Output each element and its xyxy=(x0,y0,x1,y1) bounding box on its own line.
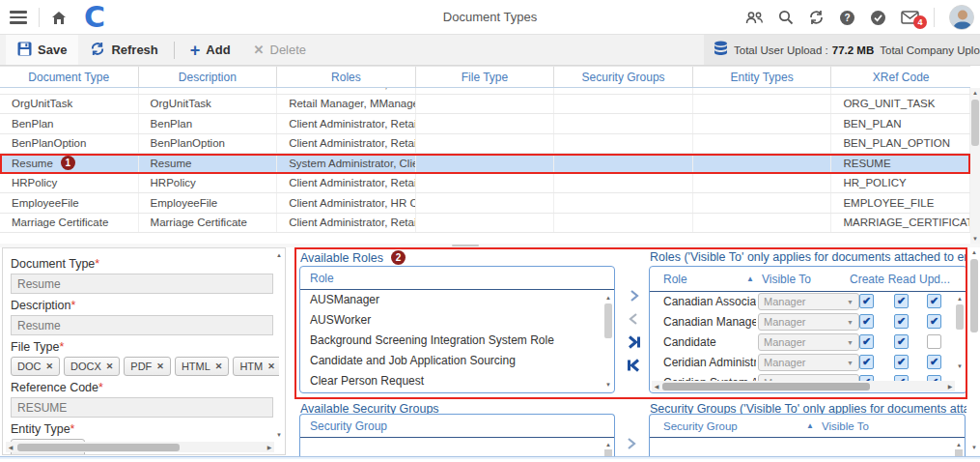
scroll-down-icon[interactable]: ▼ xyxy=(274,430,284,440)
security-groups-move-right-button[interactable] xyxy=(625,437,637,454)
column-header-file-type[interactable]: File Type xyxy=(416,67,555,87)
column-header-security-groups[interactable]: Security Groups xyxy=(554,67,693,87)
create-checkbox[interactable]: ✔ xyxy=(859,294,874,308)
role-column-header[interactable]: Role xyxy=(663,267,687,292)
table-row[interactable]: EmployeeFileEmployeeFileClient Administr… xyxy=(0,193,970,214)
read-column-header[interactable]: Read xyxy=(884,267,919,292)
scroll-right-icon[interactable]: ▶ xyxy=(945,382,955,391)
update-column-header[interactable]: Upd... xyxy=(919,267,950,292)
messages-icon[interactable]: 4 xyxy=(901,11,919,24)
document-type-field[interactable]: Resume xyxy=(11,274,273,294)
visible-to-dropdown[interactable]: Manager▼ xyxy=(758,333,859,351)
table-row[interactable]: OrgUnitTaskOrgUnitTaskRetail Manager, MM… xyxy=(0,95,970,115)
move-all-left-button[interactable] xyxy=(624,356,643,374)
check-circle-icon[interactable] xyxy=(870,10,886,26)
chip-remove-icon[interactable]: ✕ xyxy=(45,361,53,371)
scroll-down-icon[interactable]: ▼ xyxy=(969,443,979,452)
update-checkbox[interactable]: ✔ xyxy=(927,294,941,308)
roles-list-scrollbar[interactable]: ▲ ▼ xyxy=(603,293,613,390)
assigned-role-row[interactable]: CandidateManager▼✔✔ xyxy=(650,332,966,353)
chip-remove-icon[interactable]: ✕ xyxy=(215,361,223,371)
form-vertical-scrollbar[interactable]: ▲ ▼ xyxy=(273,250,284,440)
scroll-up-icon[interactable]: ▲ xyxy=(603,293,613,303)
security-group-column-header[interactable]: Security Group xyxy=(663,415,738,438)
chip-remove-icon[interactable]: ✕ xyxy=(156,361,164,371)
available-role-item[interactable]: AUSManager xyxy=(300,290,614,310)
visible-to-dropdown[interactable]: Manager▼ xyxy=(758,313,859,331)
detail-vertical-scrollbar[interactable]: ▲ ▼ xyxy=(969,247,979,452)
create-checkbox[interactable]: ✔ xyxy=(859,334,874,349)
scroll-thumb[interactable] xyxy=(17,444,180,451)
assigned-role-row[interactable]: Ceridian AdministratorManager▼✔✔✔ xyxy=(650,353,966,373)
scroll-thumb[interactable] xyxy=(604,303,612,338)
column-header-xref-code[interactable]: XRef Code xyxy=(831,67,970,87)
read-checkbox[interactable]: ✔ xyxy=(894,314,909,329)
move-left-button[interactable] xyxy=(624,309,643,328)
move-all-right-button[interactable] xyxy=(624,332,643,351)
column-header-entity-types[interactable]: Entity Types xyxy=(693,67,832,87)
description-field[interactable]: Resume xyxy=(11,315,273,335)
read-checkbox[interactable]: ✔ xyxy=(894,355,909,369)
security-group-column-header[interactable]: Security Group xyxy=(300,415,614,438)
visible-to-column-header[interactable]: Visible To xyxy=(822,415,869,438)
add-button[interactable]: + Add xyxy=(179,35,242,65)
move-right-button[interactable] xyxy=(624,286,643,304)
update-checkbox[interactable] xyxy=(927,334,941,349)
scroll-up-icon[interactable]: ▲ xyxy=(274,250,284,260)
scroll-thumb[interactable] xyxy=(970,259,978,332)
column-header-roles[interactable]: Roles xyxy=(277,67,416,87)
help-icon[interactable]: ? xyxy=(839,10,855,26)
delete-button[interactable]: ✕ Delete xyxy=(242,35,318,65)
scroll-thumb[interactable] xyxy=(971,100,979,146)
refresh-button[interactable]: Refresh xyxy=(78,35,169,65)
assigned-role-row[interactable]: Ceridian System AdministrManager▼✔✔✔ xyxy=(650,373,966,381)
scroll-up-icon[interactable]: ▲ xyxy=(955,294,965,303)
create-checkbox[interactable]: ✔ xyxy=(859,355,874,369)
scroll-left-icon[interactable]: ◀ xyxy=(652,382,661,391)
scroll-thumb[interactable] xyxy=(955,449,963,456)
visible-to-dropdown[interactable]: Manager▼ xyxy=(758,354,859,371)
sync-icon[interactable] xyxy=(808,10,825,25)
scroll-up-icon[interactable]: ▲ xyxy=(970,88,980,98)
user-avatar[interactable] xyxy=(949,5,974,30)
security-groups-scrollbar[interactable]: ▲ xyxy=(603,440,613,449)
security-groups-scrollbar[interactable]: ▲ xyxy=(954,440,964,449)
table-row[interactable]: BenPlanOptionBenPlanOptionClient Adminis… xyxy=(0,134,970,155)
read-checkbox[interactable]: ✔ xyxy=(894,334,909,349)
form-horizontal-scrollbar[interactable]: ◀ ▶ xyxy=(6,442,274,452)
update-checkbox[interactable]: ✔ xyxy=(927,314,941,329)
create-column-header[interactable]: Create xyxy=(847,267,887,292)
table-row[interactable]: HRPolicyHRPolicyClient Administrator, Re… xyxy=(0,174,970,194)
visible-to-dropdown[interactable]: Manager▼ xyxy=(758,293,859,310)
scroll-left-icon[interactable]: ◀ xyxy=(6,443,15,452)
assigned-role-row[interactable]: Canadian AssociateManager▼✔✔✔ xyxy=(650,292,966,312)
save-button[interactable]: Save xyxy=(6,35,78,65)
column-header-description[interactable]: Description xyxy=(139,67,278,87)
role-column-header[interactable]: Role xyxy=(300,267,614,290)
scroll-down-icon[interactable]: ▼ xyxy=(970,234,980,244)
visible-to-column-header[interactable]: Visible To xyxy=(762,267,811,292)
scroll-up-icon[interactable]: ▲ xyxy=(603,440,613,449)
table-row[interactable]: BenPlanBenPlanClient Administrator, Reta… xyxy=(0,114,970,134)
table-row[interactable]: Resume1ResumeSystem Administrator, Clien… xyxy=(0,154,970,174)
scroll-thumb[interactable] xyxy=(604,449,612,456)
update-checkbox[interactable]: ✔ xyxy=(927,355,941,369)
available-role-item[interactable]: Candidate and Job Application Sourcing xyxy=(300,351,614,371)
search-icon[interactable] xyxy=(778,10,794,25)
scroll-down-icon[interactable]: ▼ xyxy=(603,380,613,390)
scroll-right-icon[interactable]: ▶ xyxy=(265,443,274,452)
splitter-handle[interactable] xyxy=(452,245,479,246)
scroll-down-icon[interactable]: ▼ xyxy=(955,361,965,371)
assigned-roles-vertical-scrollbar[interactable]: ▲ ▼ xyxy=(955,294,965,371)
assigned-roles-horizontal-scrollbar[interactable]: ◀ ▶ xyxy=(652,381,955,391)
grid-vertical-scrollbar[interactable]: ▲ ▼ xyxy=(970,88,980,244)
visible-to-dropdown[interactable]: Manager▼ xyxy=(758,374,859,381)
create-checkbox[interactable]: ✔ xyxy=(859,314,874,329)
column-header-document-type[interactable]: Document Type xyxy=(0,67,139,87)
scroll-thumb[interactable] xyxy=(662,383,870,390)
assigned-role-row[interactable]: Canadian ManagerManager▼✔✔✔ xyxy=(650,312,966,332)
available-role-item[interactable]: Background Screening Integration System … xyxy=(300,331,614,351)
scroll-thumb[interactable] xyxy=(956,304,964,330)
scroll-up-icon[interactable]: ▲ xyxy=(969,247,979,257)
scroll-up-icon[interactable]: ▲ xyxy=(954,440,964,449)
